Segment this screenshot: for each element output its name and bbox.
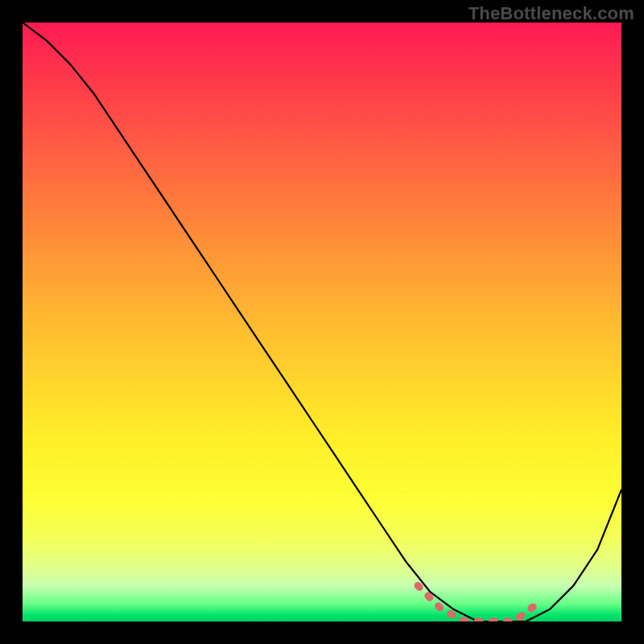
sweet-spot-dotted-line: [418, 585, 538, 621]
watermark-text: TheBottleneck.com: [469, 3, 634, 24]
chart-svg: [23, 23, 621, 621]
chart-plot-area: [23, 23, 621, 621]
bottleneck-curve-line: [23, 23, 621, 621]
